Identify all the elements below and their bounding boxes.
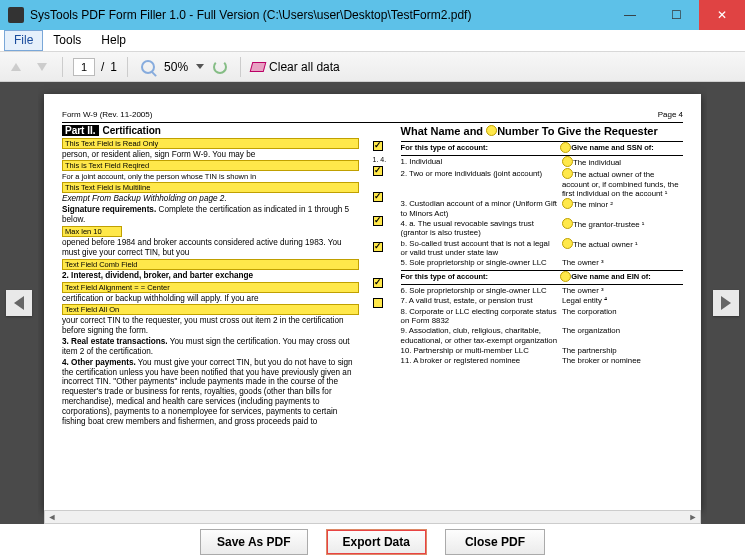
field-center[interactable]: Text Field Alignment = = Center (62, 282, 359, 293)
table-row: 10. Partnership or multi-member LLCThe p… (401, 345, 683, 355)
signature-req: Signature requirements. Complete the cer… (62, 205, 359, 225)
table-row: 6. Sole proprietorship or single-owner L… (401, 285, 683, 295)
table-row: 7. A valid trust, estate, or pension tru… (401, 296, 683, 306)
next-page-button[interactable] (713, 290, 739, 316)
checkbox[interactable]: ✓ (373, 192, 383, 202)
refresh-button[interactable] (210, 57, 230, 77)
export-data-button[interactable]: Export Data (326, 529, 427, 555)
radio-icon[interactable] (562, 156, 573, 167)
heading-4: 4. Other payments. You must give your co… (62, 358, 359, 427)
table-row: 11. A broker or registered nomineeThe br… (401, 356, 683, 366)
zoom-level: 50% (164, 60, 188, 74)
page-number-input[interactable] (73, 58, 95, 76)
table-row: 3. Custodian account of a minor (Uniform… (401, 199, 683, 219)
heading-3: 3. Real estate transactions. You must si… (62, 337, 359, 357)
menu-file[interactable]: File (4, 30, 43, 51)
clear-all-data-button[interactable]: Clear all data (251, 60, 340, 74)
app-icon (8, 7, 24, 23)
page-total: 1 (110, 60, 117, 74)
radio-icon[interactable] (486, 125, 497, 136)
zoom-icon[interactable] (138, 57, 158, 77)
table-row: 1. IndividualThe individual (401, 156, 683, 168)
form-id: Form W-9 (Rev. 11-2005) (62, 110, 152, 120)
field-multiline[interactable]: This Text Field is Multiline (62, 182, 359, 193)
table-row: 8. Corporate or LLC electing corporate s… (401, 306, 683, 326)
right-title: What Name and Number To Give the Request… (401, 125, 683, 138)
nav-left (0, 82, 38, 524)
body-text: your correct TIN to the requester, you m… (62, 316, 359, 336)
body-text: certification or backup withholding will… (62, 294, 359, 304)
doc-page-label: Page 4 (658, 110, 683, 120)
pdf-page: Form W-9 (Rev. 11-2005) Page 4 Part II.C… (44, 94, 701, 510)
toolbar: / 1 50% Clear all data (0, 52, 745, 82)
radio-icon[interactable] (562, 238, 573, 249)
field-required[interactable]: This is Text Field Reqired (62, 160, 359, 171)
menu-bar: File Tools Help (0, 30, 745, 52)
checkbox[interactable]: ✓ (373, 141, 383, 151)
menu-help[interactable]: Help (91, 30, 136, 51)
menu-tools[interactable]: Tools (43, 30, 91, 51)
checkbox[interactable]: ✓ (373, 166, 383, 176)
checkbox[interactable]: ✓ (373, 278, 383, 288)
scroll-left-button[interactable]: ◄ (45, 511, 59, 523)
eraser-icon (250, 62, 267, 72)
window-title: SysTools PDF Form Filler 1.0 - Full Vers… (30, 8, 607, 22)
body-text: opened before 1984 and broker accounts c… (62, 238, 359, 258)
table-header: For this type of account: Give name and … (401, 270, 683, 285)
scroll-right-button[interactable]: ► (686, 511, 700, 523)
body-text: person, or resident alien, sign Form W-9… (62, 150, 359, 160)
radio-icon[interactable] (562, 198, 573, 209)
table-row: 2. Two or more individuals (joint accoun… (401, 168, 683, 199)
radio-icon[interactable] (562, 168, 573, 179)
close-window-button[interactable]: ✕ (699, 0, 745, 30)
heading-2: 2. Interest, dividend, broker, and barte… (62, 271, 359, 281)
clear-label: Clear all data (269, 60, 340, 74)
field-allon[interactable]: Text Field All On (62, 304, 359, 315)
field-readonly[interactable]: This Text Field is Read Only (62, 138, 359, 149)
zoom-dropdown-icon[interactable] (196, 64, 204, 69)
table-row: 5. Sole proprietorship or single-owner L… (401, 258, 683, 268)
checkbox[interactable]: ✓ (373, 242, 383, 252)
field-maxlen[interactable]: Max len 10 (62, 226, 122, 237)
field-comb[interactable]: Text Field Comb Field (62, 259, 359, 270)
save-as-pdf-button[interactable]: Save As PDF (200, 529, 308, 555)
body-text: For a joint account, only the person who… (62, 172, 359, 181)
radio-icon[interactable] (560, 271, 571, 282)
table-header: For this type of account: Give name and … (401, 141, 683, 156)
page-up-button[interactable] (6, 57, 26, 77)
footer-buttons: Save As PDF Export Data Close PDF (0, 524, 745, 560)
radio-icon[interactable] (562, 218, 573, 229)
minimize-button[interactable]: — (607, 0, 653, 30)
side-num: 1. 4. (373, 156, 387, 164)
checkbox[interactable] (373, 298, 383, 308)
table-row: 4. a. The usual revocable savings trust … (401, 219, 683, 239)
table-row: 9. Association, club, religious, charita… (401, 326, 683, 346)
radio-icon[interactable] (560, 142, 571, 153)
maximize-button[interactable]: ☐ (653, 0, 699, 30)
page-down-button[interactable] (32, 57, 52, 77)
table-row: b. So-called trust account that is not a… (401, 238, 683, 258)
page-sep: / (101, 60, 104, 74)
horizontal-scrollbar[interactable]: ◄ ► (44, 510, 701, 524)
nav-right (707, 82, 745, 524)
pdf-viewer: Form W-9 (Rev. 11-2005) Page 4 Part II.C… (0, 82, 745, 524)
checkbox[interactable]: ✓ (373, 216, 383, 226)
title-bar: SysTools PDF Form Filler 1.0 - Full Vers… (0, 0, 745, 30)
body-text: Exempt From Backup Withholding on page 2… (62, 194, 359, 204)
prev-page-button[interactable] (6, 290, 32, 316)
part-title: Part II.Certification (62, 125, 359, 137)
close-pdf-button[interactable]: Close PDF (445, 529, 545, 555)
